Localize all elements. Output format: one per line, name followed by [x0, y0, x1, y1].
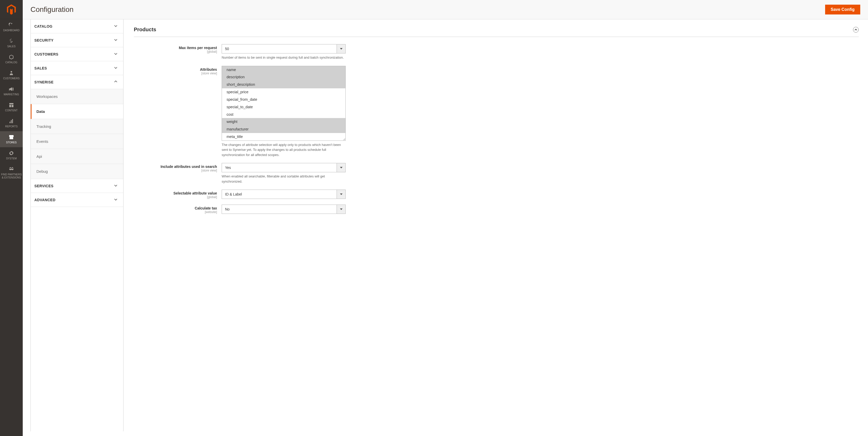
config-subtab-workspaces[interactable]: Workspaces [31, 89, 123, 104]
config-sidebar: CATALOGSECURITYCUSTOMERSSALESSYNERISEWor… [30, 19, 123, 431]
chevron-down-icon [337, 190, 345, 199]
field-label: Attributes [134, 67, 217, 71]
attribute-option-cost[interactable]: cost [222, 111, 345, 118]
field-label: Max items per request [134, 46, 217, 50]
admin-nav-marketing[interactable]: MARKETING [0, 83, 23, 99]
field-help: Number of items to be sent in single req… [222, 55, 346, 60]
field-label: Calculate tax [134, 206, 217, 210]
config-panel: Products Max items per request [global] … [123, 19, 863, 431]
chevron-down-icon [337, 205, 345, 214]
cubes-icon [9, 166, 14, 172]
admin-nav-customers[interactable]: CUSTOMERS [0, 67, 23, 83]
page-header: Configuration Save Config [23, 0, 868, 19]
chevron-icon [114, 184, 118, 188]
config-subtab-api[interactable]: Api [31, 149, 123, 164]
save-config-button[interactable]: Save Config [825, 5, 860, 14]
collapse-section-button[interactable] [853, 27, 859, 33]
chevron-icon [114, 80, 118, 84]
chevron-icon [114, 24, 118, 28]
config-tab-synerise[interactable]: SYNERISE [31, 75, 123, 89]
field-include-search: Include attributes used in search [store… [134, 163, 859, 184]
admin-nav-reports[interactable]: REPORTS [0, 115, 23, 131]
config-subtab-data[interactable]: Data [31, 104, 123, 119]
admin-nav-dashboard[interactable]: DASHBOARD [0, 19, 23, 35]
attribute-option-short_description[interactable]: short_description [222, 81, 345, 88]
field-max-items: Max items per request [global] 50 Number… [134, 44, 859, 60]
field-calculate-tax: Calculate tax [website] No [134, 205, 859, 214]
box-icon [9, 54, 14, 60]
attribute-option-manufacturer[interactable]: manufacturer [222, 126, 345, 133]
chevron-down-icon [337, 163, 345, 172]
field-scope: [website] [134, 210, 217, 214]
attribute-option-weight[interactable]: weight [222, 118, 345, 126]
megaphone-icon [9, 86, 14, 92]
config-tab-services[interactable]: SERVICES [31, 179, 123, 193]
chevron-icon [114, 38, 118, 42]
max-items-select[interactable]: 50 [222, 44, 346, 54]
person-icon [9, 70, 14, 76]
field-scope: [store view] [134, 169, 217, 172]
gauge-icon [9, 22, 14, 28]
chevron-icon [114, 66, 118, 70]
attribute-option-special_to_date[interactable]: special_to_date [222, 103, 345, 111]
field-attributes: Attributes [store view] namedescriptions… [134, 66, 859, 158]
layout-icon [9, 102, 14, 108]
attributes-multiselect[interactable]: namedescriptionshort_descriptionspecial_… [222, 66, 346, 141]
field-help: The changes of attribute selection will … [222, 142, 346, 158]
field-selectable-value: Selectable attribute value [global] ID &… [134, 190, 859, 199]
section-header-products[interactable]: Products [134, 19, 859, 37]
chevron-icon [114, 52, 118, 56]
config-tab-advanced[interactable]: ADVANCED [31, 193, 123, 207]
field-scope: [global] [134, 195, 217, 199]
config-tab-customers[interactable]: CUSTOMERS [31, 47, 123, 61]
field-label: Include attributes used in search [134, 164, 217, 169]
selectable-value-select[interactable]: ID & Label [222, 190, 346, 199]
magento-logo[interactable] [0, 0, 23, 19]
admin-nav-sales[interactable]: SALES [0, 35, 23, 51]
include-search-select[interactable]: Yes [222, 163, 346, 172]
config-tab-catalog[interactable]: CATALOG [31, 19, 123, 33]
field-label: Selectable attribute value [134, 191, 217, 195]
attribute-option-name[interactable]: name [222, 66, 345, 73]
config-subtab-debug[interactable]: Debug [31, 164, 123, 179]
storefront-icon [9, 134, 14, 140]
attribute-option-special_from_date[interactable]: special_from_date [222, 96, 345, 103]
attribute-option-description[interactable]: description [222, 73, 345, 81]
config-subtab-events[interactable]: Events [31, 134, 123, 149]
config-subtab-tracking[interactable]: Tracking [31, 119, 123, 134]
admin-sidebar: DASHBOARDSALESCATALOGCUSTOMERSMARKETINGC… [0, 0, 23, 436]
dollar-icon [9, 38, 14, 44]
admin-nav-stores[interactable]: STORES [0, 131, 23, 147]
section-title: Products [134, 27, 156, 33]
admin-nav-catalog[interactable]: CATALOG [0, 51, 23, 67]
admin-nav-system[interactable]: SYSTEM [0, 147, 23, 163]
chevron-down-icon [337, 44, 345, 53]
field-scope: [global] [134, 50, 217, 54]
config-tab-sales[interactable]: SALES [31, 61, 123, 75]
field-help: When enabled all searchable, filterable … [222, 174, 346, 184]
attribute-option-special_price[interactable]: special_price [222, 88, 345, 96]
admin-nav-content[interactable]: CONTENT [0, 99, 23, 115]
field-scope: [store view] [134, 71, 217, 75]
config-tab-security[interactable]: SECURITY [31, 33, 123, 47]
admin-nav-partners[interactable]: FIND PARTNERS & EXTENSIONS [0, 163, 23, 182]
bars-icon [9, 118, 14, 124]
chevron-icon [114, 197, 118, 202]
calculate-tax-select[interactable]: No [222, 205, 346, 214]
gear-icon [9, 150, 14, 156]
attribute-option-meta_title[interactable]: meta_title [222, 133, 345, 141]
page-title: Configuration [30, 5, 74, 14]
